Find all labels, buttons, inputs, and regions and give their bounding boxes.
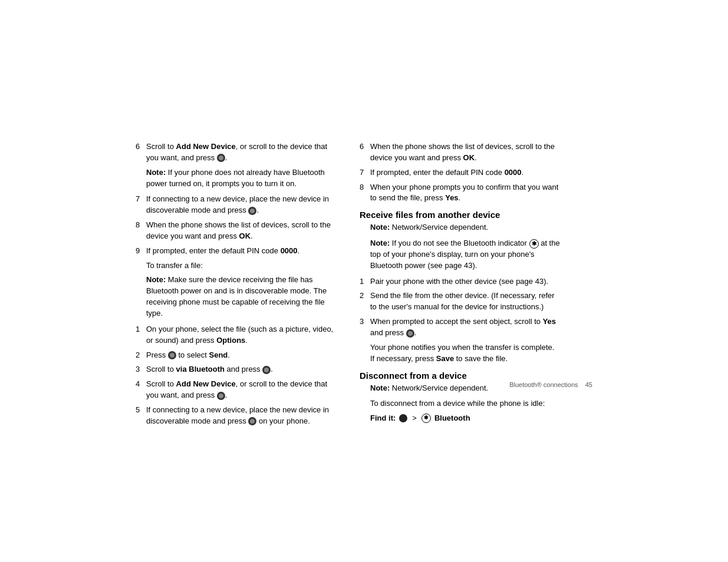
footer: Bluetooth® connections 45 xyxy=(509,381,592,388)
left-step-2: 2 Press to select Send. xyxy=(136,350,336,361)
right-step-8: 8 When your phone prompts you to confirm… xyxy=(360,182,560,204)
receive-note-1: Note: Network/Service dependent. xyxy=(370,222,560,233)
receive-step-num-1: 1 xyxy=(360,276,370,287)
step-num-8: 8 xyxy=(136,220,146,242)
right-step-num-8: 8 xyxy=(360,182,370,204)
note-label-1: Note: xyxy=(146,168,166,177)
receive-note-label-1: Note: xyxy=(370,223,390,232)
left-step-5: 5 If connecting to a new device, place t… xyxy=(136,405,336,427)
note-text-2: Make sure the device receiving the file … xyxy=(146,275,327,318)
step-num-3: 3 xyxy=(136,364,146,375)
receive-step-1: 1 Pair your phone with the other device … xyxy=(360,276,560,287)
left-column: 6 Scroll to Add New Device, or scroll to… xyxy=(136,141,336,431)
left-step-7: 7 If connecting to a new device, place t… xyxy=(136,194,336,216)
nav-icon-7 xyxy=(248,207,256,215)
find-bluetooth-label: Bluetooth xyxy=(434,414,470,422)
right-step-6: 6 When the phone shows the list of devic… xyxy=(360,141,560,164)
right-step-8-content: When your phone prompts you to confirm t… xyxy=(370,182,560,204)
left-note-2: Note: Make sure the device receiving the… xyxy=(146,275,336,319)
note-text-1: If your phone does not already have Blue… xyxy=(146,168,325,188)
step-num-1: 1 xyxy=(136,324,146,346)
right-step-num-7: 7 xyxy=(360,167,370,178)
transfer-label: To transfer a file: xyxy=(146,260,336,272)
footer-page-num: 45 xyxy=(585,381,592,388)
disconnect-text: To disconnect from a device while the ph… xyxy=(370,398,560,409)
nav-icon-3 xyxy=(262,366,271,374)
right-step-num-6: 6 xyxy=(360,141,370,164)
step-num-2: 2 xyxy=(136,350,146,361)
note-label-2: Note: xyxy=(146,275,166,284)
disconnect-note-text: Network/Service dependent. xyxy=(390,384,488,392)
left-step-1: 1 On your phone, select the file (such a… xyxy=(136,324,336,346)
step-4-content: Scroll to Add New Device, or scroll to t… xyxy=(146,379,336,401)
step-2-content: Press to select Send. xyxy=(146,350,230,361)
nav-icon-2 xyxy=(168,351,176,359)
receive-step-2: 2 Send the file from the other device. (… xyxy=(360,290,560,313)
step-5-content: If connecting to a new device, place the… xyxy=(146,405,336,427)
step-num-5: 5 xyxy=(136,405,146,427)
bluetooth-indicator-icon: ✱ xyxy=(529,239,539,249)
nav-icon-4 xyxy=(217,392,225,400)
notify-text: Your phone notifies you when the transfe… xyxy=(370,342,560,365)
find-nav-circle xyxy=(399,414,407,422)
find-bluetooth-icon: ✱ xyxy=(421,414,431,423)
step-7-content: If connecting to a new device, place the… xyxy=(146,194,336,216)
receive-note-label-2: Note: xyxy=(370,239,390,247)
left-note-1: Note: If your phone does not already hav… xyxy=(146,167,336,190)
nav-icon-receive-3 xyxy=(406,329,414,338)
receive-step-num-2: 2 xyxy=(360,290,370,313)
step-num-7: 7 xyxy=(136,194,146,216)
find-it-line: Find it: > ✱ Bluetooth xyxy=(370,413,560,423)
left-step-6: 6 Scroll to Add New Device, or scroll to… xyxy=(136,141,336,164)
footer-bt-text: Bluetooth® connections xyxy=(509,381,578,388)
find-nav-icon xyxy=(399,414,407,423)
nav-icon-6 xyxy=(217,154,225,162)
left-step-8: 8 When the phone shows the list of devic… xyxy=(136,220,336,242)
receive-note-text-1: Network/Service dependent. xyxy=(390,223,488,232)
step-3-content: Scroll to via Bluetooth and press . xyxy=(146,364,273,375)
step-num-4: 4 xyxy=(136,379,146,401)
receive-step-3-content: When prompted to accept the sent object,… xyxy=(370,316,560,339)
disconnect-note-label: Note: xyxy=(370,384,390,392)
right-step-6-content: When the phone shows the list of devices… xyxy=(370,141,560,164)
find-arrow: > xyxy=(412,414,417,422)
receive-step-1-content: Pair your phone with the other device (s… xyxy=(370,276,548,287)
left-step-3: 3 Scroll to via Bluetooth and press . xyxy=(136,364,336,375)
left-step-9: 9 If prompted, enter the default PIN cod… xyxy=(136,246,336,257)
receive-note-2: Note: If you do not see the Bluetooth in… xyxy=(370,238,560,272)
disconnect-heading: Disconnect from a device xyxy=(360,371,560,381)
receive-step-3: 3 When prompted to accept the sent objec… xyxy=(360,316,560,339)
step-num-6: 6 xyxy=(136,141,146,164)
step-num-9: 9 xyxy=(136,246,146,257)
receive-step-2-content: Send the file from the other device. (If… xyxy=(370,290,560,313)
step-9-content: If prompted, enter the default PIN code … xyxy=(146,246,299,257)
nav-icon-5 xyxy=(248,417,256,425)
find-label: Find it: xyxy=(370,414,396,422)
step-6-content: Scroll to Add New Device, or scroll to t… xyxy=(146,141,336,164)
right-step-7: 7 If prompted, enter the default PIN cod… xyxy=(360,167,560,178)
step-8-content: When the phone shows the list of devices… xyxy=(146,220,336,242)
right-step-7-content: If prompted, enter the default PIN code … xyxy=(370,167,523,178)
find-bt-icon: ✱ xyxy=(421,413,431,423)
receive-files-heading: Receive files from another device xyxy=(360,210,560,220)
page: 6 Scroll to Add New Device, or scroll to… xyxy=(0,0,728,562)
left-step-4: 4 Scroll to Add New Device, or scroll to… xyxy=(136,379,336,401)
step-1-content: On your phone, select the file (such as … xyxy=(146,324,336,346)
receive-step-num-3: 3 xyxy=(360,316,370,339)
